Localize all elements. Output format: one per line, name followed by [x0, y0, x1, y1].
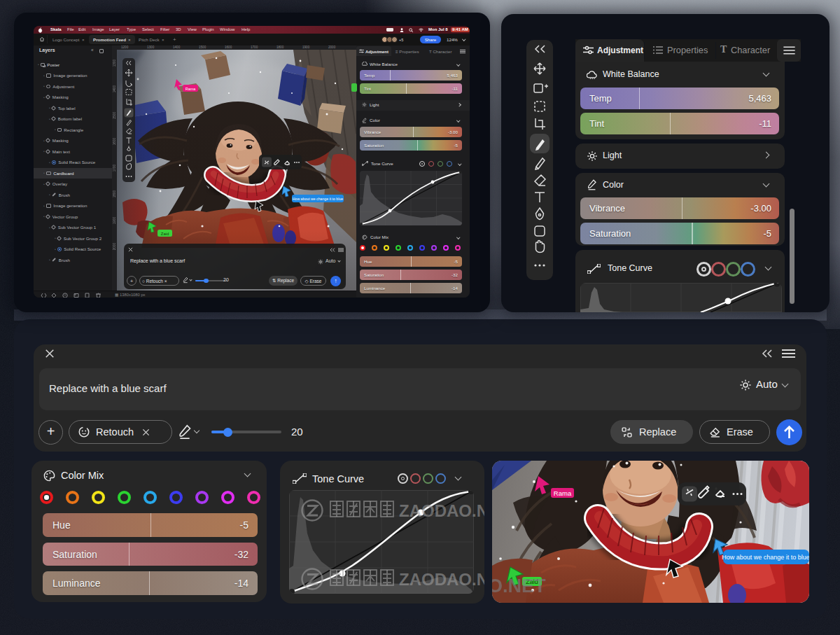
svg-text:ZAODAO.NET: ZAODAO.NET	[399, 570, 484, 589]
svg-text:O.NET: O.NET	[492, 575, 546, 596]
svg-text:Rama: Rama	[554, 489, 572, 497]
svg-text:Zaid: Zaid	[161, 232, 169, 236]
svg-text:How about we change it to blue: How about we change it to blue	[722, 554, 809, 561]
svg-text:ZAODAO.N: ZAODAO.N	[399, 501, 484, 520]
svg-text:Rama: Rama	[186, 87, 195, 91]
svg-text:How about we change it to blue: How about we change it to blue	[293, 197, 343, 201]
